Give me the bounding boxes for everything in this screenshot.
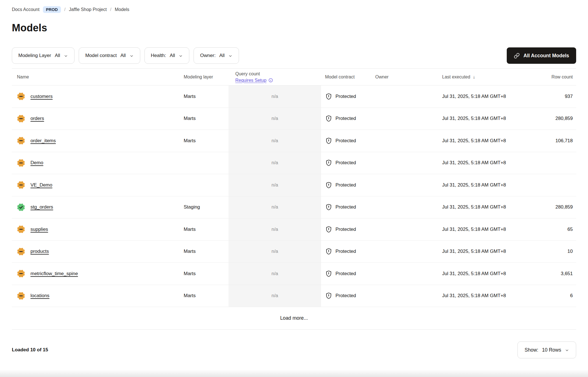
- filter-label: Owner:: [200, 53, 216, 58]
- all-account-models-button[interactable]: All Account Models: [507, 47, 576, 64]
- column-header-modeling-layer[interactable]: Modeling layer: [184, 69, 229, 85]
- cell-row-count: [530, 152, 579, 174]
- cell-row-count: 65: [530, 218, 579, 240]
- cell-name: order_items: [12, 130, 184, 152]
- cell-model-contract: Protected: [321, 241, 371, 263]
- cell-row-count: 3,651: [530, 263, 579, 285]
- health-warning-icon: [17, 292, 25, 300]
- cell-last-executed: Jul 31, 2025, 5:18 AM GMT+8: [436, 174, 530, 196]
- filter-modeling-layer[interactable]: Modeling Layer All: [12, 47, 74, 64]
- cell-name: locations: [12, 285, 184, 307]
- column-header-name[interactable]: Name: [12, 69, 184, 85]
- shield-exclamation-icon: [325, 93, 332, 100]
- cell-query-count: n/a: [229, 196, 321, 218]
- column-header-row-count[interactable]: Row count: [530, 69, 579, 85]
- cell-last-executed: Jul 31, 2025, 5:18 AM GMT+8: [436, 241, 530, 263]
- shield-exclamation-icon: [325, 248, 332, 255]
- table-header: Name Modeling layer Query count Requires…: [12, 68, 576, 86]
- breadcrumb-project-link[interactable]: Jaffle Shop Project: [69, 7, 107, 12]
- table-body: customers Marts n/a Protected Jul 31, 20…: [12, 86, 576, 307]
- load-more-row: Load more...: [12, 307, 576, 330]
- health-warning-icon: [17, 115, 25, 123]
- breadcrumb-account-link[interactable]: Docs Account: [12, 7, 40, 12]
- model-name-link[interactable]: stg_orders: [30, 204, 53, 210]
- shield-exclamation-icon: [325, 137, 332, 144]
- cell-model-contract: Protected: [321, 285, 371, 307]
- contract-label: Protected: [335, 138, 356, 144]
- cell-model-contract: Protected: [321, 130, 371, 152]
- last-executed-label: Last executed: [442, 74, 470, 80]
- filter-model-contract[interactable]: Model contract All: [79, 47, 140, 64]
- filter-value: All: [170, 53, 175, 58]
- contract-label: Protected: [335, 249, 356, 254]
- cell-last-executed: Jul 31, 2025, 5:18 AM GMT+8: [436, 196, 530, 218]
- table-row: locations Marts n/a Protected Jul 31, 20…: [12, 285, 576, 307]
- contract-label: Protected: [335, 271, 356, 277]
- page-size-dropdown[interactable]: Show: 10 Rows: [517, 341, 576, 358]
- requires-setup-label: Requires Setup: [235, 77, 266, 84]
- model-name-link[interactable]: supplies: [30, 227, 48, 232]
- cell-last-executed: Jul 31, 2025, 5:18 AM GMT+8: [436, 285, 530, 307]
- cell-owner: [371, 174, 436, 196]
- model-name-link[interactable]: orders: [30, 116, 44, 121]
- health-warning-icon: [17, 269, 25, 278]
- model-name-link[interactable]: metricflow_time_spine: [30, 271, 78, 277]
- filter-value: All: [120, 53, 126, 58]
- cell-name: stg_orders: [12, 196, 184, 218]
- page-size-label: Show:: [525, 347, 538, 353]
- cell-model-contract: Protected: [321, 196, 371, 218]
- chevron-down-icon: [64, 54, 68, 58]
- table-row: Demo n/a Protected Jul 31, 2025, 5:18 AM…: [12, 152, 576, 174]
- contract-label: Protected: [335, 160, 356, 166]
- cell-last-executed: Jul 31, 2025, 5:18 AM GMT+8: [436, 263, 530, 285]
- column-header-owner[interactable]: Owner: [371, 69, 436, 85]
- contract-label: Protected: [335, 182, 356, 188]
- model-name-link[interactable]: Demo: [30, 160, 43, 166]
- requires-setup-link[interactable]: Requires Setup: [235, 77, 273, 84]
- cell-query-count: n/a: [229, 174, 321, 196]
- cell-model-contract: Protected: [321, 108, 371, 130]
- cell-name: products: [12, 241, 184, 263]
- health-success-icon: [17, 203, 25, 211]
- cell-modeling-layer: Marts: [184, 86, 229, 108]
- filter-owner[interactable]: Owner: All: [194, 47, 239, 64]
- loaded-count-text: Loaded 10 of 15: [12, 347, 48, 353]
- cell-last-executed: Jul 31, 2025, 5:18 AM GMT+8: [436, 152, 530, 174]
- health-warning-icon: [17, 159, 25, 167]
- table-row: VE_Demo n/a Protected Jul 31, 2025, 5:18…: [12, 174, 576, 196]
- breadcrumb: Docs Account PROD / Jaffle Shop Project …: [12, 6, 576, 13]
- filter-label: Health:: [151, 53, 166, 58]
- model-name-link[interactable]: VE_Demo: [30, 182, 52, 188]
- contract-label: Protected: [335, 94, 356, 99]
- shield-exclamation-icon: [325, 270, 332, 277]
- cell-owner: [371, 263, 436, 285]
- column-header-query-count: Query count Requires Setup: [229, 69, 321, 85]
- models-table: Name Modeling layer Query count Requires…: [12, 68, 576, 330]
- table-row: orders Marts n/a Protected Jul 31, 2025,…: [12, 108, 576, 130]
- load-more-button[interactable]: Load more...: [280, 315, 308, 321]
- model-name-link[interactable]: customers: [30, 94, 52, 99]
- model-name-link[interactable]: order_items: [30, 138, 56, 144]
- shield-exclamation-icon: [325, 226, 332, 233]
- column-header-last-executed[interactable]: Last executed ↓: [436, 69, 530, 85]
- table-row: supplies Marts n/a Protected Jul 31, 202…: [12, 218, 576, 241]
- cell-modeling-layer: Marts: [184, 108, 229, 130]
- health-warning-icon: [17, 181, 25, 189]
- model-name-link[interactable]: locations: [30, 293, 49, 299]
- cell-row-count: 937: [530, 86, 579, 108]
- column-header-model-contract[interactable]: Model contract: [321, 69, 371, 85]
- cell-model-contract: Protected: [321, 263, 371, 285]
- cell-owner: [371, 130, 436, 152]
- shield-exclamation-icon: [325, 203, 332, 211]
- cell-last-executed: Jul 31, 2025, 5:18 AM GMT+8: [436, 218, 530, 240]
- contract-label: Protected: [335, 204, 356, 210]
- cell-modeling-layer: Marts: [184, 218, 229, 240]
- model-name-link[interactable]: products: [30, 249, 49, 254]
- filter-health[interactable]: Health: All: [144, 47, 190, 64]
- contract-label: Protected: [335, 116, 356, 121]
- chevron-down-icon: [228, 54, 232, 58]
- table-row: metricflow_time_spine Marts n/a Protecte…: [12, 263, 576, 285]
- cell-model-contract: Protected: [321, 218, 371, 240]
- info-icon: [268, 78, 273, 83]
- cell-row-count: 280,859: [530, 108, 579, 130]
